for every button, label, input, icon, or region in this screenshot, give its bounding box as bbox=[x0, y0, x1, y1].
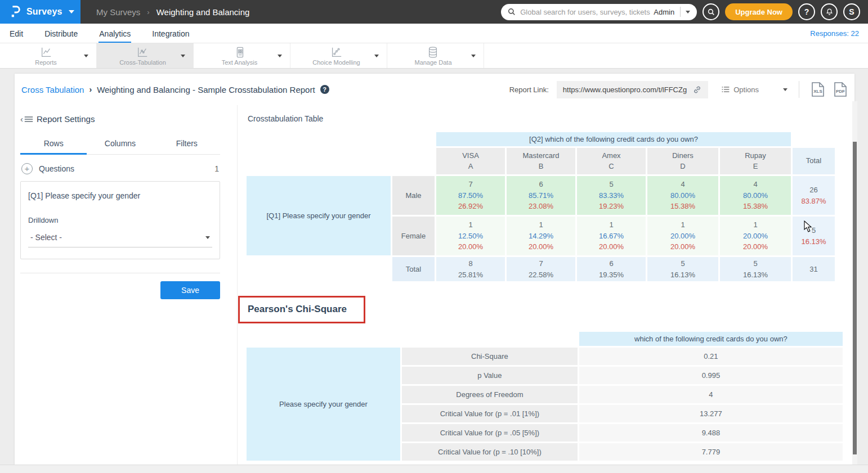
column-header-diners: DinersD bbox=[647, 148, 718, 174]
options-menu[interactable]: Options bbox=[722, 85, 788, 94]
column-header-amex: AmexC bbox=[577, 148, 646, 174]
settings-tabs: Rows Columns Filters bbox=[20, 133, 220, 155]
chevron-down-icon[interactable] bbox=[783, 88, 788, 91]
report-settings-panel: ‹ Report Settings Rows Columns Filters +… bbox=[15, 105, 238, 465]
help-icon[interactable]: ? bbox=[320, 85, 329, 94]
svg-text:XLS: XLS bbox=[813, 89, 822, 94]
nav-item-distribute[interactable]: Distribute bbox=[44, 24, 78, 43]
chevron-down-icon bbox=[69, 10, 74, 13]
cell-male-total: 2683.87% bbox=[793, 176, 835, 215]
chi-square-table: which of the following credit cards do y… bbox=[245, 330, 844, 462]
export-pdf-icon[interactable]: PDF bbox=[833, 82, 848, 97]
chi-column-header: which of the following credit cards do y… bbox=[579, 332, 843, 346]
cell-female-amex: 116.67%20.00% bbox=[577, 217, 646, 255]
search-icon bbox=[508, 8, 516, 16]
breadcrumb-cross-tabulation[interactable]: Cross Tabulation bbox=[21, 85, 84, 94]
chevron-down-icon bbox=[205, 236, 210, 239]
cell-total-diners: 516.13% bbox=[647, 257, 718, 281]
report-link-label: Report Link: bbox=[509, 85, 549, 94]
column-header-rupay: RupayE bbox=[720, 148, 791, 174]
account-avatar[interactable]: S bbox=[843, 3, 860, 20]
chevron-down-icon[interactable] bbox=[278, 55, 282, 57]
footer-strip bbox=[0, 465, 868, 473]
chi-square-annotation-box: Pearson's Chi-Square bbox=[238, 296, 365, 323]
toolbar-item-choice-modelling[interactable]: Choice Modelling bbox=[290, 43, 387, 68]
menu-icon bbox=[24, 116, 33, 123]
cell-female-mastercard: 114.29%20.00% bbox=[507, 217, 575, 255]
drilldown-select[interactable]: - Select - bbox=[28, 233, 212, 247]
toolbar-item-reports[interactable]: Reports bbox=[0, 43, 97, 68]
upgrade-now-button[interactable]: Upgrade Now bbox=[725, 3, 793, 20]
product-menu-label: Surveys bbox=[26, 7, 62, 17]
chi-row-header: Please specify your gender bbox=[247, 348, 400, 461]
text-analysis-icon bbox=[234, 46, 246, 58]
cell-female-diners: 120.00%20.00% bbox=[647, 217, 718, 255]
row-label-female: Female bbox=[392, 217, 435, 255]
breadcrumb-separator: › bbox=[147, 8, 149, 16]
breadcrumb-my-surveys[interactable]: My Surveys bbox=[96, 7, 140, 17]
question-item: [Q1] Please specify your gender Drilldow… bbox=[20, 181, 220, 259]
analytics-toolbar: Reports Cross-Tabulation Text Analysis C… bbox=[0, 43, 868, 69]
collapse-panel-button[interactable]: ‹ bbox=[20, 115, 33, 123]
nav-item-integration[interactable]: Integration bbox=[151, 24, 190, 43]
nav-item-edit[interactable]: Edit bbox=[9, 24, 24, 43]
line-chart-icon bbox=[40, 46, 52, 58]
crosstab-table: [Q2] which of the following credit cards… bbox=[245, 130, 836, 283]
crosstab-column-question: [Q2] which of the following credit cards… bbox=[436, 132, 791, 146]
tab-filters[interactable]: Filters bbox=[154, 133, 220, 155]
cell-total-visa: 825.81% bbox=[436, 257, 505, 281]
tab-columns[interactable]: Columns bbox=[87, 133, 153, 155]
search-icon bbox=[708, 8, 715, 16]
cell-male-amex: 583.33%19.23% bbox=[577, 176, 646, 215]
cross-tab-chart-icon bbox=[136, 46, 149, 58]
toolbar-item-text-analysis[interactable]: Text Analysis bbox=[194, 43, 290, 68]
search-scope-selector[interactable]: Admin bbox=[654, 8, 674, 16]
row-label-male: Male bbox=[392, 176, 435, 215]
database-icon bbox=[427, 46, 439, 58]
notifications-button[interactable] bbox=[821, 3, 838, 20]
cell-male-visa: 787.50%26.92% bbox=[436, 176, 505, 215]
toolbar-item-cross-tabulation[interactable]: Cross-Tabulation bbox=[97, 43, 194, 68]
svg-text:PDF: PDF bbox=[836, 89, 845, 94]
scrollbar-thumb[interactable] bbox=[853, 142, 857, 454]
link-icon[interactable] bbox=[692, 85, 702, 94]
scrollbar-track[interactable] bbox=[852, 101, 857, 465]
help-button[interactable]: ? bbox=[798, 3, 815, 20]
questionpro-logo-icon bbox=[9, 5, 21, 19]
responses-count[interactable]: Responses: 22 bbox=[810, 29, 859, 38]
drilldown-label: Drilldown bbox=[28, 216, 212, 224]
chevron-down-icon[interactable] bbox=[181, 55, 185, 57]
global-search-input[interactable]: Global search for users, surveys, ticket… bbox=[501, 4, 697, 20]
column-header-mastercard: MastercardB bbox=[507, 148, 575, 174]
cell-female-visa: 112.50%20.00% bbox=[436, 217, 505, 255]
topbar-breadcrumb: My Surveys › Weighting and Balancing bbox=[96, 7, 249, 17]
report-card: Cross Tabulation › Weighting and Balanci… bbox=[15, 74, 854, 465]
chevron-down-icon[interactable] bbox=[374, 55, 379, 57]
page-title: Weighting and Balancing - Sample Crossta… bbox=[97, 85, 315, 94]
tab-rows[interactable]: Rows bbox=[20, 133, 87, 155]
question-text: [Q1] Please specify your gender bbox=[28, 191, 212, 200]
bell-icon bbox=[826, 8, 833, 16]
cell-total-amex: 619.35% bbox=[577, 257, 646, 281]
save-button[interactable]: Save bbox=[160, 281, 220, 299]
cell-male-mastercard: 685.71%23.08% bbox=[507, 176, 575, 215]
chevron-down-icon[interactable] bbox=[686, 11, 690, 13]
chevron-down-icon[interactable] bbox=[84, 55, 88, 57]
chevron-left-icon: ‹ bbox=[20, 115, 23, 123]
report-header: Cross Tabulation › Weighting and Balanci… bbox=[15, 74, 854, 105]
questions-count: 1 bbox=[214, 164, 219, 173]
chevron-down-icon[interactable] bbox=[471, 55, 476, 57]
search-button[interactable] bbox=[703, 3, 719, 20]
survey-nav: Edit Distribute Analytics Integration Re… bbox=[0, 24, 868, 43]
add-question-button[interactable]: + bbox=[21, 163, 33, 174]
export-xls-icon[interactable]: XLS bbox=[811, 82, 825, 97]
product-menu[interactable]: Surveys bbox=[0, 0, 80, 24]
search-placeholder: Global search for users, surveys, ticket… bbox=[520, 8, 650, 16]
nav-item-analytics[interactable]: Analytics bbox=[99, 24, 131, 43]
topbar: Surveys My Surveys › Weighting and Balan… bbox=[0, 0, 868, 24]
cell-female-rupay: 120.00%20.00% bbox=[720, 217, 791, 255]
table-row-male: [Q1] Please specify your gender Male 787… bbox=[247, 176, 835, 215]
table-row: Please specify your gender Chi-Square 0.… bbox=[247, 348, 843, 365]
report-link-url[interactable]: https://www.questionpro.com/t/lFFCZg bbox=[557, 81, 708, 98]
toolbar-item-manage-data[interactable]: Manage Data bbox=[387, 43, 484, 68]
